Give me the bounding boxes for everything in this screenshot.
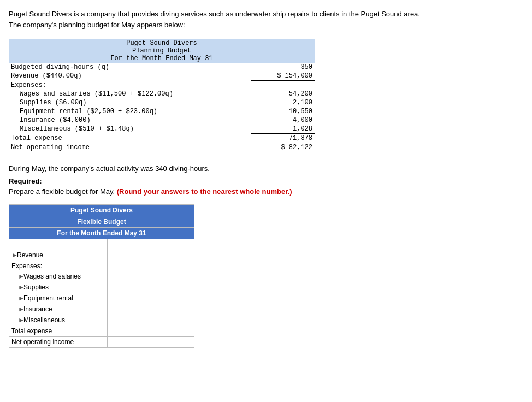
table-row: Wages and salaries ($11,500 + $122.00q) … [9,90,315,98]
planning-title: Puget Sound Divers Planning Budget For t… [9,39,315,63]
row-label: Wages and salaries ($11,500 + $122.00q) [9,90,251,98]
flex-header-row2: Flexible Budget [9,216,194,227]
required-label: Required: [9,177,42,185]
flex-q-input[interactable] [110,241,192,249]
flex-misc-label: ►Miscellaneous [9,315,108,326]
row-value [251,81,315,90]
flex-insurance-input-cell[interactable] [107,304,194,315]
row-label: Total expense [9,133,251,143]
flex-total-label: Total expense [9,326,108,336]
table-row: Total expense 71,878 [9,133,315,143]
flex-noi-input-cell[interactable] [107,336,194,347]
flex-total-input-cell[interactable] [107,326,194,336]
flex-noi-input[interactable] [110,339,192,346]
planning-header-row: Puget Sound Divers Planning Budget For t… [9,39,315,63]
flex-misc-row: ►Miscellaneous [9,315,194,326]
required-section: Required: [9,177,523,185]
row-label: Budgeted diving-hours (q) [9,63,251,72]
flex-equipment-label: ►Equipment rental [9,293,108,304]
flexible-table: Puget Sound Divers Flexible Budget For t… [9,204,194,348]
row-label: Miscellaneous ($510 + $1.48q) [9,125,251,134]
table-row: Insurance ($4,000) 4,000 [9,116,315,125]
flex-revenue-input-cell[interactable] [107,250,194,261]
flex-equipment-input-cell[interactable] [107,293,194,304]
table-row: Net operating income $ 82,122 [9,143,315,152]
flex-insurance-input[interactable] [110,306,192,314]
table-row: Revenue ($440.00q) $ 154,000 [9,72,315,81]
row-value: 1,028 [251,125,315,134]
row-label: Expenses: [9,81,251,90]
flex-equipment-input[interactable] [110,295,192,303]
flex-q-row [9,239,194,250]
table-row: Miscellaneous ($510 + $1.48q) 1,028 [9,125,315,134]
flex-q-input-cell[interactable] [107,239,194,250]
flex-header-row3: For the Month Ended May 31 [9,227,194,239]
flex-q-label [9,239,108,250]
flex-insurance-row: ►Insurance [9,304,194,315]
activity-text: During May, the company's actual activit… [9,164,523,173]
flex-expenses-row: Expenses: [9,261,194,271]
flex-title-line2: Flexible Budget [9,216,194,227]
flex-insurance-label: ►Insurance [9,304,108,315]
flex-title-line3: For the Month Ended May 31 [9,227,194,239]
row-value: 2,100 [251,98,315,107]
row-value: $ 82,122 [251,143,315,152]
row-label: Equipment rental ($2,500 + $23.00q) [9,107,251,116]
flex-noi-label: Net operating income [9,336,108,347]
row-label: Insurance ($4,000) [9,116,251,125]
planning-table: Puget Sound Divers Planning Budget For t… [9,39,315,153]
flex-title-line1: Puget Sound Divers [9,204,194,216]
flex-total-row: Total expense [9,326,194,336]
flex-revenue-label: ►Revenue [9,250,108,261]
table-row: Equipment rental ($2,500 + $23.00q) 10,5… [9,107,315,116]
flex-wages-row: ►Wages and salaries [9,271,194,282]
row-label: Revenue ($440.00q) [9,72,251,81]
row-label: Supplies ($6.00q) [9,98,251,107]
flex-revenue-row: ►Revenue [9,250,194,261]
row-value: 54,200 [251,90,315,98]
flex-supplies-input-cell[interactable] [107,282,194,293]
flex-expenses-cell [107,261,194,271]
row-value: 4,000 [251,116,315,125]
intro-line1: Puget Sound Divers is a company that pro… [9,10,420,18]
flex-noi-row: Net operating income [9,336,194,347]
intro-line2: The company's planning budget for May ap… [9,21,185,29]
row-value: 350 [251,63,315,72]
table-row: Supplies ($6.00q) 2,100 [9,98,315,107]
flex-supplies-input[interactable] [110,284,192,292]
flex-revenue-input[interactable] [110,252,192,259]
intro-text: Puget Sound Divers is a company that pro… [9,9,511,30]
flex-misc-input-cell[interactable] [107,315,194,326]
instruction-text: Prepare a flexible budget for May. (Roun… [9,187,523,196]
instruction-bold: (Round your answers to the nearest whole… [117,187,292,196]
table-row: Expenses: [9,81,315,90]
flex-wages-input[interactable] [110,273,192,281]
flex-total-input[interactable] [110,328,192,335]
flex-misc-input[interactable] [110,317,192,324]
flex-expenses-label: Expenses: [9,261,108,271]
planning-budget-section: Puget Sound Divers Planning Budget For t… [9,39,523,153]
row-label: Net operating income [9,143,251,152]
row-value: 10,550 [251,107,315,116]
flex-wages-input-cell[interactable] [107,271,194,282]
flex-supplies-row: ►Supplies [9,282,194,293]
row-value: $ 154,000 [251,72,315,81]
row-value: 71,878 [251,133,315,143]
flex-supplies-label: ►Supplies [9,282,108,293]
table-row: Budgeted diving-hours (q) 350 [9,63,315,72]
flex-header-row1: Puget Sound Divers [9,204,194,216]
flex-wages-label: ►Wages and salaries [9,271,108,282]
flex-equipment-row: ►Equipment rental [9,293,194,304]
flexible-budget-section: Puget Sound Divers Flexible Budget For t… [9,204,523,348]
